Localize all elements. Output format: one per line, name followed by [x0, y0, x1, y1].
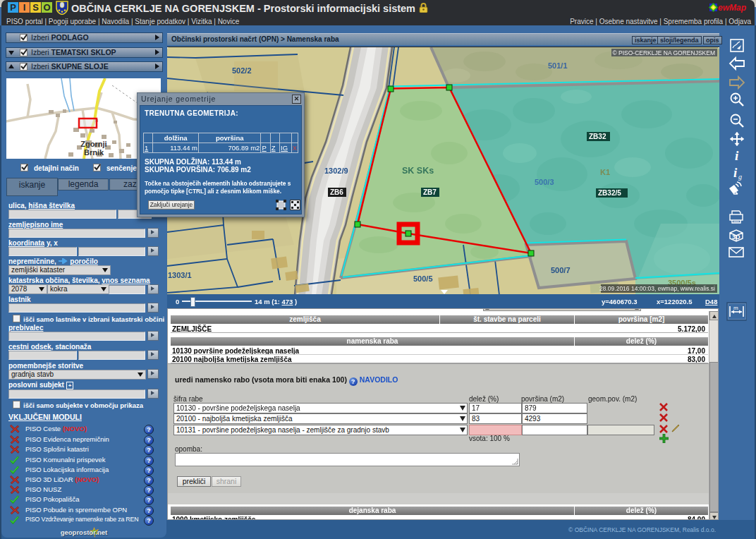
svg-text:ZB32: ZB32 [589, 133, 606, 140]
svg-text:SK SKs: SK SKs [402, 166, 434, 176]
svg-text:Brnik: Brnik [84, 148, 104, 157]
svg-text:i: i [735, 148, 739, 163]
svg-text:K1: K1 [600, 168, 610, 176]
svg-text:1303/1: 1303/1 [168, 271, 192, 279]
svg-text:3D: 3D [732, 234, 740, 241]
svg-text:ZB7: ZB7 [423, 188, 437, 196]
svg-text:502/2: 502/2 [232, 66, 252, 75]
svg-text:28.09.2016 14:00:03, ewmap, ww: 28.09.2016 14:00:03, ewmap, www.realis.s… [599, 285, 715, 292]
svg-text:1302/9: 1302/9 [324, 166, 348, 175]
svg-text:500/5: 500/5 [413, 274, 433, 283]
svg-text:© PISO-CERKLJE NA GORENJSKEM: © PISO-CERKLJE NA GORENJSKEM [612, 49, 715, 56]
svg-text:m: m [733, 305, 738, 311]
svg-text:i: i [733, 165, 738, 180]
svg-text:Zgornji: Zgornji [80, 140, 106, 148]
svg-text:501/1: 501/1 [548, 61, 568, 70]
svg-text:g: g [738, 173, 742, 181]
svg-text:ZB6: ZB6 [330, 188, 343, 196]
svg-text:500/7: 500/7 [551, 266, 571, 274]
svg-text:500/3: 500/3 [535, 178, 554, 186]
svg-text:ZB32/5: ZB32/5 [598, 189, 621, 197]
